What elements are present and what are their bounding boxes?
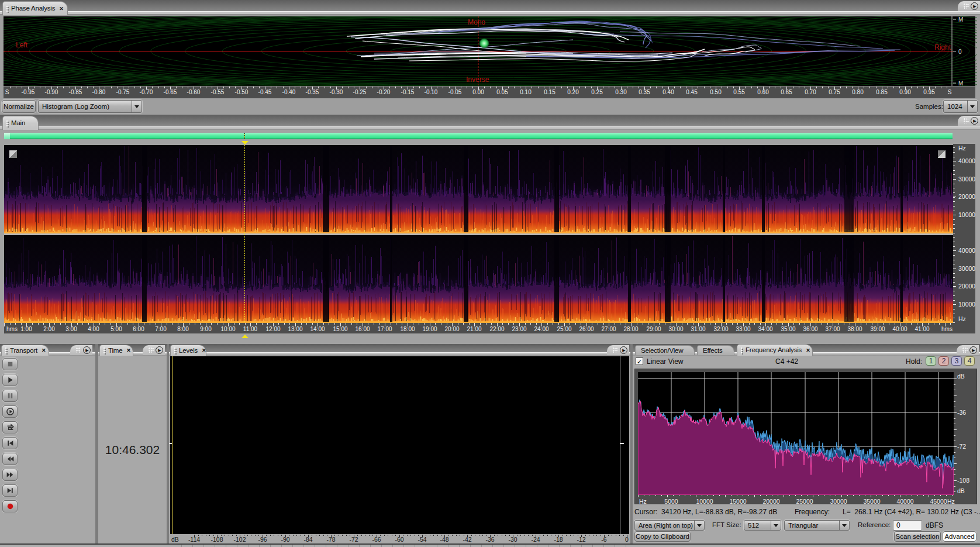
svg-text:0: 0: [958, 49, 962, 55]
svg-text:Inverse: Inverse: [466, 75, 489, 84]
svg-text:Right: Right: [934, 43, 951, 51]
svg-text:Mono: Mono: [468, 18, 485, 26]
svg-text:M: M: [958, 16, 963, 23]
svg-text:Left: Left: [16, 41, 28, 49]
svg-text:M: M: [958, 80, 963, 86]
